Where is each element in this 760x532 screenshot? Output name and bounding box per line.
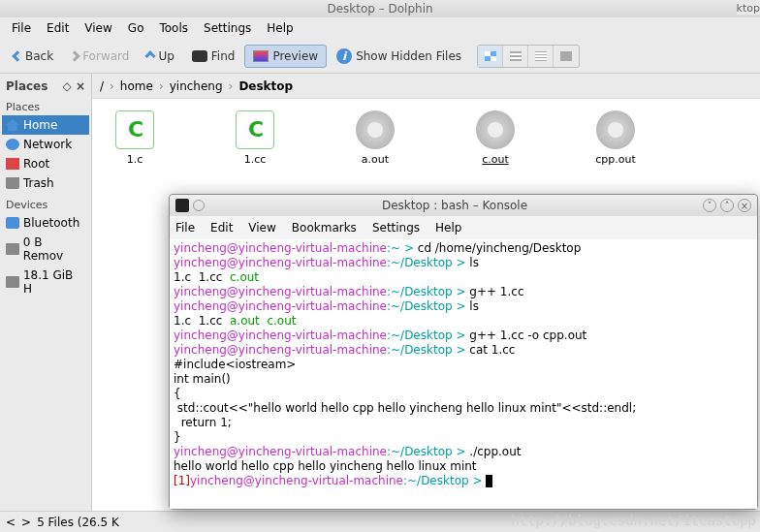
sidebar-item-home[interactable]: Home [2, 115, 89, 135]
pin-icon[interactable] [193, 200, 205, 211]
sidebar-item-root[interactable]: Root [2, 154, 89, 173]
close-button[interactable]: × [738, 199, 751, 212]
icons-view-icon [485, 51, 496, 61]
file-label: a.out [362, 153, 389, 166]
sidebar-item-label: Home [23, 118, 57, 132]
split-view-icon [560, 51, 572, 61]
konsole-menu-settings[interactable]: Settings [372, 221, 420, 235]
window-title: Desktop – Dolphin [0, 0, 760, 17]
truncated-label: ktop [737, 2, 760, 15]
disk-icon [6, 276, 19, 288]
terminal-line: { [174, 387, 753, 401]
terminal-output[interactable]: yincheng@yincheng-virtual-machine:~ > cd… [170, 239, 757, 509]
terminal-line: std::cout<<"hello world hello cpp hello … [174, 401, 753, 416]
chevron-right-icon: › [229, 79, 234, 93]
konsole-menu-help[interactable]: Help [435, 221, 461, 235]
compact-view-button[interactable] [503, 46, 528, 67]
sidebar-device-0[interactable]: 0 B Remov [2, 233, 89, 266]
breadcrumb-segment[interactable]: home [120, 79, 153, 93]
preview-label: Preview [272, 49, 318, 63]
sidebar-device-18.1[interactable]: 18.1 GiB H [2, 266, 89, 298]
breadcrumb-segment[interactable]: yincheng [170, 79, 223, 93]
find-label: Find [211, 49, 236, 63]
breadcrumb-segment[interactable]: Desktop [238, 79, 293, 93]
terminal-line: yincheng@yincheng-virtual-machine:~/Desk… [174, 329, 753, 343]
konsole-window[interactable]: Desktop : bash – Konsole ˅ ˄ × FileEditV… [169, 194, 758, 510]
executable-icon [476, 110, 515, 149]
menu-tools[interactable]: Tools [151, 19, 196, 37]
konsole-menu-edit[interactable]: Edit [210, 221, 233, 235]
terminal-cursor [486, 475, 492, 487]
details-view-icon [535, 51, 547, 61]
compact-view-icon [510, 51, 522, 61]
konsole-menu-bookmarks[interactable]: Bookmarks [292, 221, 357, 235]
breadcrumb[interactable]: /›home›yincheng›Desktop [92, 74, 760, 99]
maximize-button[interactable]: ˄ [720, 199, 734, 212]
sidebar-item-label: Trash [23, 176, 54, 190]
info-icon: i [336, 48, 352, 64]
konsole-title: Desktop : bash – Konsole [210, 199, 699, 212]
arrow-left-icon [12, 50, 22, 61]
terminal-line: #include<iostream> [174, 358, 753, 372]
konsole-titlebar[interactable]: Desktop : bash – Konsole ˅ ˄ × [170, 195, 757, 216]
dolphin-menubar: FileEditViewGoToolsSettingsHelp [0, 17, 760, 39]
sidebar-item-label: Bluetooth [23, 216, 79, 230]
up-button[interactable]: Up [139, 46, 181, 67]
split-view-button[interactable] [554, 46, 579, 67]
show-hidden-label: Show Hidden Files [356, 49, 461, 63]
terminal-line: } [174, 430, 753, 445]
menu-go[interactable]: Go [120, 19, 152, 37]
arrow-up-icon [145, 50, 156, 61]
sidebar-item-network[interactable]: Network [2, 135, 89, 154]
nav-next-icon[interactable]: > [21, 516, 31, 529]
trash-icon [6, 177, 19, 189]
show-hidden-button[interactable]: iShow Hidden Files [329, 45, 469, 68]
arrow-right-icon [69, 50, 79, 61]
places-group-title: Places [2, 95, 89, 115]
minimize-button[interactable]: ˅ [703, 199, 716, 212]
breadcrumb-segment[interactable]: / [100, 79, 104, 93]
back-button[interactable]: Back [6, 46, 61, 67]
sidebar-item-label: 18.1 GiB H [23, 268, 85, 296]
terminal-line: [1]yincheng@yincheng-virtual-machine:~/D… [174, 474, 753, 488]
nav-prev-icon[interactable]: < [6, 516, 16, 529]
sidebar-item-label: 0 B Remov [23, 235, 85, 263]
root-icon [6, 158, 19, 170]
panel-dock-icon[interactable]: ◇ × [63, 79, 85, 93]
forward-button[interactable]: Forward [63, 46, 137, 67]
up-label: Up [158, 49, 174, 63]
dolphin-toolbar: Back Forward Up Find Preview iShow Hidde… [0, 39, 760, 74]
terminal-line: hello world hello cpp hello yincheng hel… [174, 459, 753, 474]
terminal-line: yincheng@yincheng-virtual-machine:~/Desk… [174, 256, 753, 270]
sidebar-item-label: Network [23, 138, 72, 151]
find-button[interactable]: Find [184, 46, 243, 67]
konsole-menu-view[interactable]: View [248, 221, 275, 235]
preview-button[interactable]: Preview [244, 45, 327, 68]
file-item-1-c[interactable]: 1.c [104, 110, 166, 499]
status-text: 5 Files (26.5 K [37, 516, 119, 529]
sidebar-item-trash[interactable]: Trash [2, 173, 89, 193]
forward-label: Forward [82, 49, 129, 63]
watermark: http://blog.csdn.net/itcastcpp [511, 513, 756, 528]
terminal-line: 1.c 1.cc c.out [174, 270, 753, 285]
konsole-menu-file[interactable]: File [175, 221, 195, 235]
menu-help[interactable]: Help [259, 19, 301, 37]
file-label: 1.cc [244, 153, 267, 166]
file-label: cpp.out [595, 153, 636, 166]
menu-edit[interactable]: Edit [39, 19, 77, 37]
menu-file[interactable]: File [4, 19, 39, 37]
terminal-line: yincheng@yincheng-virtual-machine:~/Desk… [174, 285, 753, 299]
menu-settings[interactable]: Settings [196, 19, 259, 37]
sidebar-device-bluetooth[interactable]: Bluetooth [2, 213, 89, 233]
terminal-line: 1.c 1.cc a.out c.out [174, 314, 753, 329]
menu-view[interactable]: View [77, 19, 119, 37]
view-mode-group [477, 45, 580, 68]
details-view-button[interactable] [528, 46, 554, 67]
terminal-line: yincheng@yincheng-virtual-machine:~/Desk… [174, 299, 753, 314]
binoculars-icon [192, 50, 207, 62]
icons-view-button[interactable] [478, 46, 503, 67]
terminal-line: yincheng@yincheng-virtual-machine:~/Desk… [174, 445, 753, 459]
file-label: c.out [482, 153, 509, 166]
net-icon [6, 139, 19, 150]
back-label: Back [25, 49, 53, 63]
